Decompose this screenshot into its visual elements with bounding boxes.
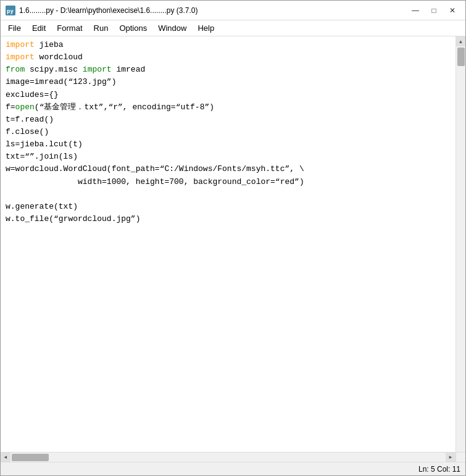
svg-text:py: py [7, 8, 14, 14]
app-icon: py [6, 6, 15, 15]
maximize-button[interactable]: □ [426, 4, 442, 17]
menu-bar: File Edit Format Run Options Window Help [1, 20, 465, 36]
window-title: 1.6........py - D:\learn\python\execise\… [19, 6, 198, 15]
menu-format[interactable]: Format [52, 22, 87, 34]
scroll-thumb-h[interactable] [12, 454, 49, 461]
status-bar: Ln: 5 Col: 11 [1, 462, 465, 475]
menu-edit[interactable]: Edit [27, 22, 51, 34]
scrollbar-corner [456, 452, 465, 462]
horizontal-scrollbar[interactable]: ◄ ► [1, 452, 456, 462]
editor-area[interactable]: import jieba import wordcloud from scipy… [1, 36, 465, 462]
menu-window[interactable]: Window [153, 22, 191, 34]
scroll-left-arrow[interactable]: ◄ [1, 453, 10, 462]
scroll-thumb-v[interactable] [457, 48, 465, 66]
menu-run[interactable]: Run [89, 22, 114, 34]
title-bar-left: py 1.6........py - D:\learn\python\execi… [6, 6, 198, 15]
status-text: Ln: 5 Col: 11 [418, 465, 460, 474]
minimize-button[interactable]: — [407, 4, 423, 17]
close-button[interactable]: ✕ [444, 4, 460, 17]
menu-options[interactable]: Options [114, 22, 152, 34]
scroll-up-arrow[interactable]: ▲ [456, 36, 466, 46]
code-editor[interactable]: import jieba import wordcloud from scipy… [1, 36, 465, 462]
main-window: py 1.6........py - D:\learn\python\execi… [0, 0, 466, 476]
menu-help[interactable]: Help [193, 22, 219, 34]
window-controls: — □ ✕ [407, 4, 460, 17]
menu-file[interactable]: File [3, 22, 26, 34]
title-bar: py 1.6........py - D:\learn\python\execi… [1, 1, 465, 20]
scroll-right-arrow[interactable]: ► [446, 453, 456, 462]
vertical-scrollbar[interactable]: ▲ [456, 36, 465, 452]
